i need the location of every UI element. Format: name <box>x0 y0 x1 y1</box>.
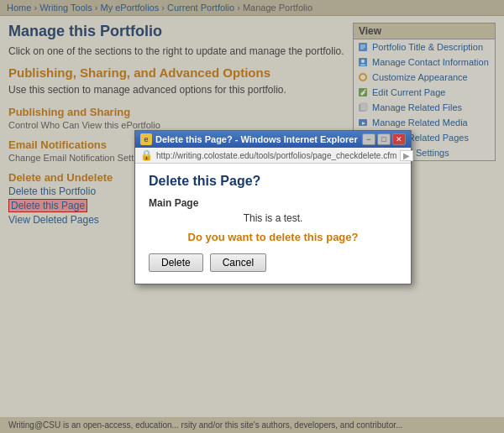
dialog-message: This is a test. <box>149 212 397 224</box>
main-background: Home › Writing Tools › My ePortfolios › … <box>0 0 504 433</box>
dialog-body: Delete this Page? Main Page This is a te… <box>135 164 411 284</box>
dialog-cancel-button[interactable]: Cancel <box>210 253 266 272</box>
close-button[interactable]: ✕ <box>392 133 406 145</box>
dialog-titlebar: e Delete this Page? - Windows Internet E… <box>135 131 411 148</box>
dialog-heading: Delete this Page? <box>149 174 397 189</box>
url-icon: 🔒 <box>140 149 153 161</box>
dialog-title-text: Delete this Page? - Windows Internet Exp… <box>155 134 358 144</box>
dialog-subheading: Main Page <box>149 197 397 209</box>
url-go: ▶ <box>400 150 413 161</box>
dialog-buttons: Delete Cancel <box>149 253 397 272</box>
dialog-url: http://writing.colostate.edu/tools/portf… <box>156 151 396 160</box>
dialog-title-left: e Delete this Page? - Windows Internet E… <box>140 133 358 145</box>
dialog-window: e Delete this Page? - Windows Internet E… <box>134 130 412 284</box>
restore-button[interactable]: □ <box>377 133 391 145</box>
delete-confirm-button[interactable]: Delete <box>149 253 203 272</box>
ie-icon: e <box>140 133 152 145</box>
dialog-question: Do you want to delete this page? <box>149 231 397 243</box>
dialog-controls: − □ ✕ <box>362 133 406 145</box>
minimize-button[interactable]: − <box>362 133 375 145</box>
dialog-urlbar: 🔒 http://writing.colostate.edu/tools/por… <box>135 148 411 164</box>
